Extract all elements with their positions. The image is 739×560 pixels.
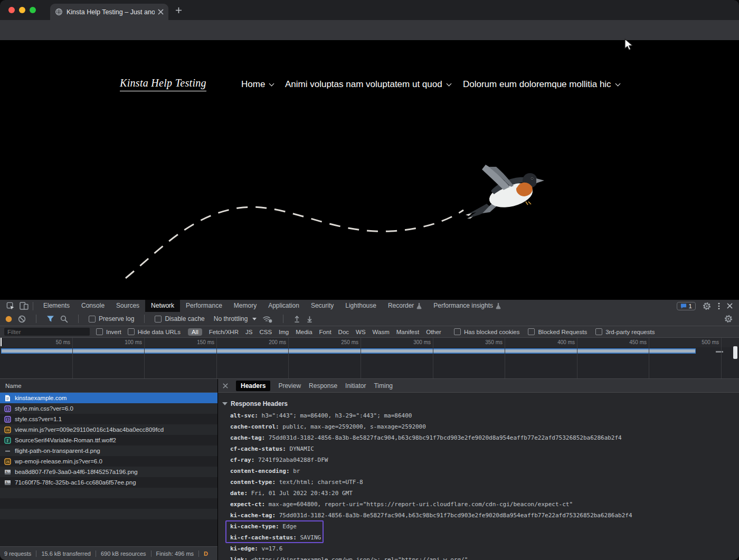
tab-elements[interactable]: Elements (37, 300, 75, 312)
network-conditions-icon[interactable] (262, 315, 273, 323)
filter-type-media[interactable]: Media (296, 329, 312, 335)
tab-recorder[interactable]: Recorder (382, 300, 428, 312)
site-logo-link[interactable]: Kinsta Help Testing (120, 77, 206, 91)
filter-type-js[interactable]: JS (245, 329, 252, 335)
filter-type-ws[interactable]: WS (356, 329, 366, 335)
tab-console[interactable]: Console (75, 300, 110, 312)
status-separator (198, 550, 199, 557)
detail-tab-headers[interactable]: Headers (236, 381, 270, 391)
overview-scroll-thumb[interactable] (733, 346, 737, 359)
filter-type-font[interactable]: Font (319, 329, 331, 335)
search-icon[interactable] (60, 315, 68, 323)
timeline-zero-marker (1, 338, 2, 346)
filter-type-other[interactable]: Other (426, 329, 441, 335)
detail-tab-preview[interactable]: Preview (278, 382, 301, 390)
detail-tab-initiator[interactable]: Initiator (345, 382, 366, 390)
clear-button[interactable] (18, 315, 26, 323)
import-har-icon[interactable] (293, 315, 300, 323)
detail-tab-response[interactable]: Response (309, 382, 337, 390)
response-headers-section[interactable]: Response Headers (222, 400, 288, 407)
new-tab-button[interactable] (175, 6, 182, 16)
filter-type-manifest[interactable]: Manifest (396, 329, 419, 335)
window-controls (8, 7, 36, 13)
svg-text:{}: {} (5, 417, 10, 422)
hide-data-urls-checkbox[interactable]: Hide data URLs (128, 328, 181, 335)
filter-type-wasm[interactable]: Wasm (373, 329, 390, 335)
throttling-dropdown[interactable]: No throttling (214, 315, 257, 322)
request-row[interactable]: 71c60f75-78fc-325b-ac16-cc680a6f57ee.png (0, 477, 217, 488)
minimize-window-button[interactable] (19, 7, 25, 13)
request-row[interactable]: {}style.min.css?ver=6.0 (0, 403, 217, 414)
filter-input[interactable] (4, 328, 90, 336)
preserve-log-checkbox[interactable]: Preserve log (89, 315, 134, 322)
close-window-button[interactable] (8, 7, 15, 13)
toggle-blocked-requests[interactable]: Blocked Requests (528, 328, 587, 335)
tab-network[interactable]: Network (145, 300, 180, 312)
tab-memory[interactable]: Memory (228, 300, 262, 312)
network-toolbar: Preserve log Disable cache No throttling (0, 312, 739, 326)
filter-type-css[interactable]: CSS (259, 329, 272, 335)
disable-cache-checkbox[interactable]: Disable cache (155, 315, 204, 322)
filter-type-fetchxhr[interactable]: Fetch/XHR (209, 329, 239, 335)
nav-item[interactable]: Home (241, 79, 273, 90)
detail-tab-timing[interactable]: Timing (374, 382, 393, 390)
invert-checkbox[interactable]: Invert (96, 328, 121, 335)
request-row[interactable]: bea8d807-f7e9-3aa0-a4f6-18f45257a196.png (0, 467, 217, 477)
tab-label: Security (311, 300, 334, 312)
tab-close-icon[interactable] (158, 9, 164, 15)
request-row[interactable]: JSwp-emoji-release.min.js?ver=6.0 (0, 456, 217, 467)
tab-performance[interactable]: Performance (180, 300, 228, 312)
header-name: link: (230, 556, 251, 560)
request-list-panel: Name kinstaexample.com{}style.min.css?ve… (0, 379, 217, 546)
filter-type-doc[interactable]: Doc (338, 329, 349, 335)
issues-badge[interactable]: 1 (677, 302, 696, 310)
svg-text:JS: JS (6, 429, 10, 432)
device-toolbar-icon[interactable] (20, 302, 29, 310)
request-row[interactable]: JSview.min.js?ver=009e29110e016c14bac4ba… (0, 424, 217, 435)
filter-type-img[interactable]: Img (279, 329, 289, 335)
timeline-tick-label: 300 ms (413, 339, 433, 345)
column-header-name[interactable]: Name (0, 379, 217, 393)
request-row[interactable]: flight-path-on-transparent-d.png (0, 445, 217, 456)
toggle-has-blocked-cookies[interactable]: Has blocked cookies (454, 328, 519, 335)
export-har-icon[interactable] (306, 315, 313, 323)
detail-close-icon[interactable] (223, 383, 228, 388)
request-row[interactable]: kinstaexample.com (0, 393, 217, 403)
tab-label: Network (151, 300, 174, 312)
header-line-date: date: Fri, 01 Jul 2022 20:43:20 GMT (218, 488, 739, 499)
inspect-element-icon[interactable] (6, 302, 15, 310)
toggle-3rd-party-requests[interactable]: 3rd-party requests (595, 328, 655, 335)
tab-application[interactable]: Application (262, 300, 305, 312)
tab-sources[interactable]: Sources (110, 300, 145, 312)
record-button[interactable] (5, 316, 12, 322)
browser-tab[interactable]: Kinsta Help Testing – Just anot (50, 4, 168, 20)
devtools-menu-icon[interactable] (718, 302, 720, 310)
overview-handle[interactable] (716, 351, 723, 353)
bird-illustration (465, 163, 552, 221)
tab-security[interactable]: Security (305, 300, 339, 312)
waterfall-overview[interactable] (0, 347, 739, 379)
tab-label: Performance (186, 300, 222, 312)
tab-label: Performance insights (433, 300, 493, 312)
header-name: content-encoding: (230, 468, 293, 474)
zoom-window-button[interactable] (30, 7, 36, 13)
devtools-settings-gear-icon[interactable] (703, 302, 711, 310)
nav-item[interactable]: Animi voluptas nam voluptatem ut quod (285, 79, 451, 90)
checkbox-box (89, 316, 96, 322)
timeline-gridline (144, 338, 145, 347)
request-row[interactable]: FSourceSerif4Variable-Roman.ttf.woff2 (0, 435, 217, 445)
tab-performance-insights[interactable]: Performance insights (428, 300, 507, 312)
invert-label: Invert (106, 329, 121, 335)
filter-funnel-icon[interactable] (46, 315, 54, 322)
nav-item[interactable]: Dolorum eum doloremque mollitia hic (463, 79, 620, 90)
network-settings-gear-icon[interactable] (724, 315, 733, 323)
tab-lighthouse[interactable]: Lighthouse (339, 300, 382, 312)
tab-title: Kinsta Help Testing – Just anot (67, 8, 155, 16)
page-viewport: Kinsta Help Testing HomeAnimi voluptas n… (0, 40, 739, 299)
request-name: flight-path-on-transparent-d.png (15, 448, 100, 454)
request-row[interactable]: {}style.css?ver=1.1 (0, 414, 217, 424)
svg-text:F: F (6, 438, 8, 443)
header-name: expect-ct: (230, 501, 269, 508)
devtools-close-icon[interactable] (727, 303, 733, 309)
filter-type-all[interactable]: All (188, 328, 202, 336)
